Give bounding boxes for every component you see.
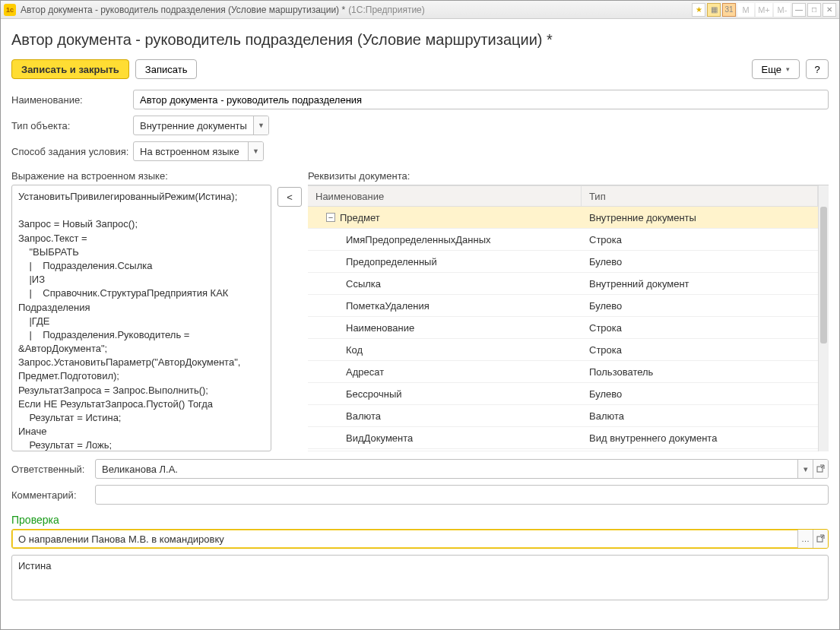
tree-item-name: Предопределенный xyxy=(346,256,437,268)
check-document-input[interactable]: О направлении Панова М.В. в командировку… xyxy=(11,529,829,549)
tree-row[interactable]: −ПредметВнутренние документы xyxy=(308,207,818,229)
check-result-box: Истина xyxy=(11,555,829,600)
save-and-close-button[interactable]: Записать и закрыть xyxy=(11,59,129,79)
object-type-value: Внутренние документы xyxy=(134,116,253,135)
tree-item-name: ПометкаУдаления xyxy=(346,300,430,312)
condition-mode-value: На встроенном языке xyxy=(134,142,248,160)
object-type-label: Тип объекта: xyxy=(11,120,130,131)
expression-textarea[interactable]: УстановитьПривилегированныйРежим(Истина)… xyxy=(11,185,271,451)
object-type-select[interactable]: Внутренние документы ▼ xyxy=(133,116,269,135)
tree-item-name: Код xyxy=(346,344,363,356)
tree-item-name: ИмяПредопределенныхДанных xyxy=(346,234,491,245)
tree-item-type: Строка xyxy=(582,344,818,356)
tree-item-type: Булево xyxy=(582,388,818,400)
condition-mode-label: Способ задания условия: xyxy=(11,146,130,157)
expression-label: Выражение на встроенном языке: xyxy=(11,170,271,182)
tree-item-name: Валюта xyxy=(346,410,381,422)
check-section-title: Проверка xyxy=(11,514,829,526)
memory-mplus-button[interactable]: M+ xyxy=(756,3,772,17)
app-window: 1c Автор документа - руководитель подраз… xyxy=(0,0,840,630)
tree-row[interactable]: АдресатПользователь xyxy=(308,361,818,383)
tree-item-type: Строка xyxy=(582,322,818,334)
chevron-down-icon[interactable]: ▼ xyxy=(248,142,263,160)
requisites-label: Реквизиты документа: xyxy=(308,170,829,182)
condition-mode-select[interactable]: На встроенном языке ▼ xyxy=(133,141,264,161)
name-label: Наименование: xyxy=(11,94,130,106)
open-icon[interactable] xyxy=(813,460,828,478)
tree-header: Наименование Тип xyxy=(308,185,818,207)
open-icon[interactable] xyxy=(813,530,828,548)
check-document-value: О направлении Панова М.В. в командировку xyxy=(12,530,797,548)
tree-row[interactable]: СсылкаВнутренний документ xyxy=(308,273,818,295)
tree-col-type[interactable]: Тип xyxy=(582,186,818,206)
titlebar: 1c Автор документа - руководитель подраз… xyxy=(1,1,839,19)
tree-item-name: Бессрочный xyxy=(346,388,402,400)
help-button[interactable]: ? xyxy=(806,59,829,79)
comment-input[interactable] xyxy=(95,485,829,505)
window-subtitle: (1С:Предприятие) xyxy=(348,5,425,15)
minimize-icon[interactable]: — xyxy=(792,3,806,17)
responsible-input[interactable]: Великанова Л.А. ▾ xyxy=(95,459,829,479)
tree-row[interactable]: КодСтрока xyxy=(308,339,818,361)
app-icon: 1c xyxy=(4,4,16,16)
tree-item-name: Наименование xyxy=(346,322,414,334)
page-title: Автор документа - руководитель подраздел… xyxy=(11,31,829,49)
save-button[interactable]: Записать xyxy=(135,59,198,79)
responsible-value: Великанова Л.А. xyxy=(96,460,797,478)
chevron-down-icon[interactable]: ▼ xyxy=(253,116,268,135)
tree-item-type: Валюта xyxy=(582,410,818,422)
tree-row[interactable]: ИмяПредопределенныхДанныхСтрока xyxy=(308,229,818,251)
responsible-label: Ответственный: xyxy=(11,464,92,475)
tree-item-type: Булево xyxy=(582,256,818,268)
tree-row[interactable]: НаименованиеСтрока xyxy=(308,317,818,339)
tree-row[interactable]: ВалютаВалюта xyxy=(308,405,818,427)
ellipsis-icon[interactable]: … xyxy=(797,530,813,548)
tree-row[interactable]: ВидДокументаВид внутреннего документа xyxy=(308,427,818,449)
toolbar: Записать и закрыть Записать Еще ? xyxy=(11,59,829,79)
tree-item-name: Предмет xyxy=(340,212,380,223)
tree-row[interactable]: ПредопределенныйБулево xyxy=(308,251,818,273)
tree-col-name[interactable]: Наименование xyxy=(308,186,582,206)
tree-item-type: Булево xyxy=(582,300,818,312)
chevron-down-icon[interactable]: ▾ xyxy=(797,460,813,478)
tree-item-type: Пользователь xyxy=(582,366,818,378)
more-button[interactable]: Еще xyxy=(752,59,800,79)
calendar-icon[interactable]: 31 xyxy=(722,3,736,17)
comment-label: Комментарий: xyxy=(11,489,92,501)
name-input[interactable] xyxy=(133,90,829,109)
close-icon[interactable]: ✕ xyxy=(823,3,836,17)
memory-mminus-button[interactable]: M- xyxy=(774,3,791,17)
tree-item-name: Адресат xyxy=(346,366,384,378)
tree-item-name: Ссылка xyxy=(346,278,381,290)
tree-row[interactable]: ПометкаУдаленияБулево xyxy=(308,295,818,317)
titlebar-buttons: ★ ▦ 31 M M+ M- — □ ✕ xyxy=(692,3,836,17)
tree-scrollbar[interactable] xyxy=(818,185,829,451)
tree-row[interactable]: БессрочныйБулево xyxy=(308,383,818,405)
tree-item-type: Внутренний документ xyxy=(582,278,818,290)
requisites-tree[interactable]: Наименование Тип −ПредметВнутренние доку… xyxy=(308,185,818,451)
tree-item-type: Внутренние документы xyxy=(582,212,818,223)
maximize-icon[interactable]: □ xyxy=(807,3,821,17)
tree-item-type: Вид внутреннего документа xyxy=(582,432,818,444)
insert-left-button[interactable]: < xyxy=(277,187,302,207)
collapse-icon[interactable]: − xyxy=(326,213,335,222)
favorite-icon[interactable]: ★ xyxy=(692,3,705,17)
tree-item-name: ВидДокумента xyxy=(346,432,413,444)
window-title: Автор документа - руководитель подраздел… xyxy=(21,5,345,15)
memory-m-button[interactable]: M xyxy=(737,3,754,17)
scrollbar-thumb[interactable] xyxy=(820,207,827,343)
calculator-icon[interactable]: ▦ xyxy=(707,3,721,17)
tree-item-type: Строка xyxy=(582,234,818,245)
